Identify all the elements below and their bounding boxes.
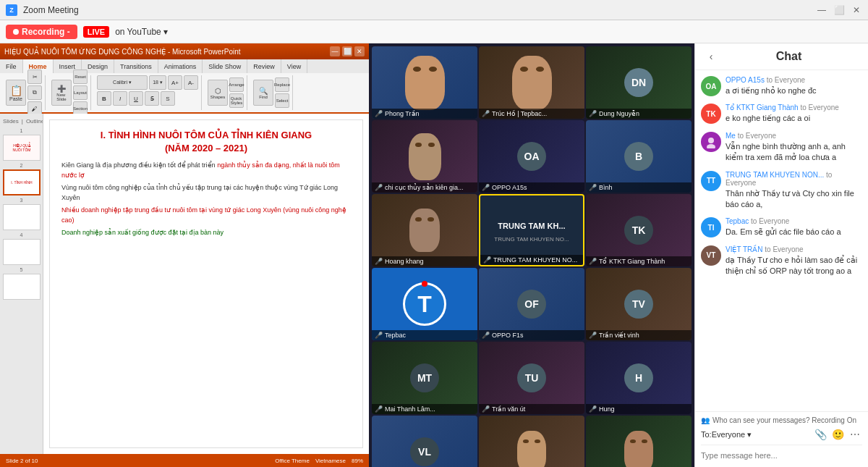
face-hoang-khang — [409, 209, 440, 252]
ppt-tab-animations[interactable]: Animations — [158, 59, 203, 73]
participant-name-binh: Bình — [599, 184, 613, 191]
avatar-tt-chat: TT — [701, 171, 721, 191]
chat-message-2: TK Tổ KTKT Giang Thành to Everyone e ko … — [701, 104, 862, 124]
chat-file-btn[interactable]: 📎 — [813, 427, 827, 442]
mic-muted-icon-2: 🎤 — [375, 184, 383, 191]
ppt-restore[interactable]: ⬜ — [342, 46, 352, 56]
outline-tab[interactable]: Outline — [26, 118, 43, 125]
dropdown-arrow-icon: ▾ — [163, 27, 168, 37]
ppt-tab-file[interactable]: File — [0, 59, 23, 73]
video-cell-oppo-a15s: OA 🎤 OPPO A15s — [479, 120, 584, 193]
chat-to-dropdown[interactable]: Everyone ▾ — [712, 430, 752, 439]
ppt-font-size[interactable]: 18 ▾ — [149, 75, 166, 90]
slide-thumb-1[interactable]: HIỆU QUẢNUÔI TÔM — [3, 135, 41, 161]
participant-name-hoang-khang: Hoang khang — [385, 258, 424, 265]
avatar-to-ktkt: TK — [624, 216, 653, 245]
participant-name-mai-thanh-lam: Mai Thanh Lâm... — [385, 405, 435, 413]
chat-message-3: Me to Everyone Vẫn nghe bình thường anh … — [701, 132, 862, 164]
ppt-replace-btn[interactable]: Replace — [275, 77, 289, 92]
close-button[interactable]: ✕ — [851, 4, 862, 16]
slide-content: I. TÌNH HÌNH NUÔI TÔM CỦA TỈNH KIÊN GIAN… — [49, 119, 363, 448]
ppt-italic-btn[interactable]: I — [113, 91, 127, 106]
participant-name-trung-tam: TRUNG TAM KHUYEN NO... — [493, 256, 577, 264]
chat-header: ‹ Chat — [695, 43, 868, 70]
chat-to-row: To: Everyone ▾ 📎 🙂 ⋯ — [701, 427, 862, 442]
minimize-button[interactable]: — — [816, 4, 827, 16]
slide-thumb-4[interactable] — [3, 239, 41, 265]
chat-emoji-btn[interactable]: 🙂 — [830, 427, 845, 442]
ppt-cut-btn[interactable]: ✂ — [27, 70, 42, 84]
video-cell-tepbac: T 🎤 Tepbac — [372, 268, 477, 340]
video-cell-nguyen-van-lam: 🎤 nguyen van lam — [586, 416, 692, 467]
maximize-button[interactable]: ⬜ — [833, 4, 845, 16]
slide-thumb-3[interactable] — [3, 204, 41, 230]
ppt-tab-slideshow[interactable]: Slide Show — [203, 59, 247, 73]
ppt-strikethrough-btn[interactable]: S̶ — [145, 91, 159, 106]
ppt-tab-transitions[interactable]: Transitions — [114, 59, 158, 73]
ppt-find-btn[interactable]: 🔍 Find — [253, 80, 273, 106]
ppt-statusbar: Slide 2 of 10 Office Theme Vietnamese 89… — [0, 454, 369, 467]
chat-message-5: TI Tepbac to Everyone Da. Em sẽ gửi các … — [701, 217, 862, 237]
avatar-binh: B — [624, 142, 653, 171]
ppt-titlebar: HIỆU QUẢ NUÔI TÔM ỨNG DỤNG CÔNG NGHỆ - M… — [0, 43, 369, 59]
sender-me: Me to Everyone — [726, 132, 862, 140]
video-cell-hoang-khang: 🎤 Hoang khang — [372, 194, 477, 266]
mic-on-icon-3: 🎤 — [482, 184, 490, 191]
ppt-bold-btn[interactable]: B — [97, 91, 111, 106]
ppt-minimize[interactable]: — — [330, 46, 340, 56]
video-cell-truc-ho: 🎤 Trúc Hồ | Tepbac... — [479, 46, 584, 119]
video-cell-to-ktkt: TK 🎤 Tổ KTKT Giang Thành — [586, 194, 692, 266]
ppt-layout-btn[interactable]: Layout — [73, 85, 88, 100]
slide-thumb-5[interactable] — [3, 274, 41, 300]
avatar-tepbac-chat: TI — [701, 217, 721, 237]
participant-name-to-ktkt: Tổ KTKT Giang Thành — [599, 258, 665, 265]
ppt-font-select[interactable]: Calibri ▾ — [97, 75, 148, 90]
main-content: HIỆU QUẢ NUÔI TÔM ỨNG DỤNG CÔNG NGHỆ - M… — [0, 43, 868, 467]
participant-name-tran-viet-vinh: Trần viết vinh — [599, 332, 639, 339]
on-youtube-button[interactable]: on YouTube ▾ — [115, 27, 168, 37]
avatar-vo-kha-ly: VL — [410, 437, 439, 466]
mic-on-icon-6: 🎤 — [375, 332, 383, 339]
video-cell-nguyen-chuc-han: 🎤 nguyen thi chuc han — [479, 416, 584, 467]
ppt-tab-review[interactable]: Review — [247, 59, 281, 73]
ppt-quick-styles-btn[interactable]: QuickStyles — [229, 93, 244, 108]
chat-more-btn[interactable]: ⋯ — [848, 427, 862, 442]
avatar-tran-van-ut: TU — [517, 363, 546, 392]
avatar-to-ktkt-chat: TK — [701, 104, 721, 124]
face-truc-ho — [512, 56, 552, 110]
mic-on-icon-4: 🎤 — [483, 256, 491, 264]
ppt-underline-btn[interactable]: U — [129, 91, 143, 106]
avatar-oppo-f1s: OF — [517, 290, 546, 319]
ppt-reset-btn[interactable]: Reset — [73, 70, 88, 84]
app-icon: Z — [6, 4, 17, 16]
participant-name-hung: Hung — [599, 405, 615, 413]
video-cell-binh: B 🎤 Bình — [586, 120, 692, 193]
ppt-paste-btn[interactable]: 📋 Paste — [6, 80, 26, 106]
slide-body: Kiên Giang là địa phương điều kiện tốt đ… — [61, 161, 351, 241]
ppt-new-slide-btn[interactable]: ➕ NewSlide — [51, 80, 72, 106]
ppt-main-slide[interactable]: I. TÌNH HÌNH NUÔI TÔM CỦA TỈNH KIÊN GIAN… — [43, 114, 369, 454]
ppt-shapes-btn[interactable]: ⬡ Shapes — [208, 80, 228, 106]
toolbar: Recording - LIVE on YouTube ▾ — [0, 20, 868, 43]
mic-on-icon-2: 🎤 — [482, 110, 490, 117]
ppt-copy-btn[interactable]: ⧉ — [27, 85, 42, 100]
chat-panel: ‹ Chat OA OPPO A15s to Everyone a ơi tiế… — [694, 43, 868, 467]
chat-to-label: To: — [701, 430, 712, 439]
on-youtube-label: on YouTube — [115, 27, 161, 37]
chat-input[interactable] — [701, 448, 862, 463]
ppt-increase-font[interactable]: A+ — [168, 75, 182, 90]
ppt-decrease-font[interactable]: A- — [184, 75, 198, 90]
ppt-close[interactable]: ✕ — [354, 46, 365, 56]
ppt-select-btn[interactable]: Select — [275, 93, 289, 108]
people-icon: 👥 — [701, 416, 710, 424]
chat-collapse-button[interactable]: ‹ — [704, 49, 718, 64]
slide-thumb-2[interactable]: I. TÌNH HÌNH — [3, 169, 41, 195]
app-title: Zoom Meeting — [23, 5, 79, 15]
ppt-shadow-btn[interactable]: S — [161, 91, 175, 106]
video-grid: 🎤 Phong Trần 🎤 Trúc Hồ | Tepbac... DN 🎤 … — [369, 43, 694, 467]
dropdown-arrow-icon-chat: ▾ — [747, 430, 752, 439]
chat-message-4: TT TRUNG TAM KHUYEN NON... to Everyone T… — [701, 171, 862, 211]
ppt-arrange-btn[interactable]: Arrange — [229, 77, 244, 92]
slides-tab[interactable]: Slides — [3, 118, 19, 125]
ppt-tab-view[interactable]: View — [281, 59, 307, 73]
